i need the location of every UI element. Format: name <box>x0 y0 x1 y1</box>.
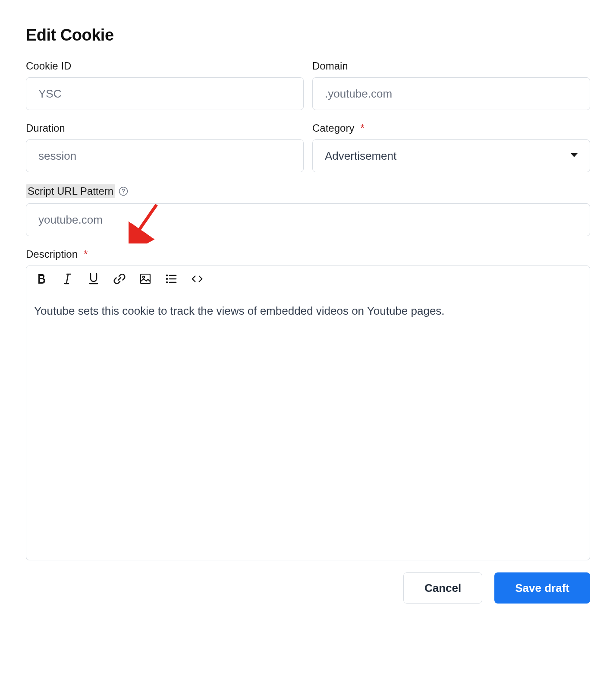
svg-rect-3 <box>141 274 150 284</box>
domain-input[interactable] <box>312 77 590 110</box>
description-textarea[interactable]: Youtube sets this cookie to track the vi… <box>26 292 590 560</box>
image-icon[interactable] <box>139 273 151 285</box>
svg-point-1 <box>123 193 124 193</box>
help-icon[interactable] <box>119 186 128 196</box>
category-select-value: Advertisement <box>325 149 396 163</box>
list-icon[interactable] <box>165 273 177 285</box>
form-row-1: Cookie ID Domain <box>26 60 590 110</box>
cancel-button[interactable]: Cancel <box>403 572 482 604</box>
editor-toolbar <box>26 266 590 292</box>
description-text: Youtube sets this cookie to track the vi… <box>34 304 445 317</box>
description-editor: Youtube sets this cookie to track the vi… <box>26 265 590 560</box>
description-label-text: Description <box>26 248 78 260</box>
modal-title: Edit Cookie <box>26 26 590 44</box>
script-url-pattern-label-text: Script URL Pattern <box>26 184 115 198</box>
svg-point-9 <box>166 281 168 283</box>
save-draft-button[interactable]: Save draft <box>494 572 590 604</box>
category-label-text: Category <box>312 122 354 134</box>
duration-input[interactable] <box>26 139 304 172</box>
duration-label: Duration <box>26 122 304 134</box>
description-label: Description * <box>26 248 590 260</box>
cookie-id-label: Cookie ID <box>26 60 304 72</box>
svg-point-4 <box>143 276 145 278</box>
category-field: Category * Advertisement <box>312 122 590 172</box>
button-row: Cancel Save draft <box>26 572 590 604</box>
underline-icon[interactable] <box>88 273 100 285</box>
svg-point-5 <box>166 275 168 276</box>
required-indicator: * <box>360 122 364 134</box>
description-field: Description * <box>26 248 590 560</box>
edit-cookie-modal: Edit Cookie Cookie ID Domain Duration Ca… <box>26 26 590 604</box>
cookie-id-field: Cookie ID <box>26 60 304 110</box>
category-label: Category * <box>312 122 590 134</box>
required-indicator: * <box>84 248 88 260</box>
script-url-pattern-input[interactable] <box>26 203 590 236</box>
duration-field: Duration <box>26 122 304 172</box>
cookie-id-input[interactable] <box>26 77 304 110</box>
category-select[interactable]: Advertisement <box>312 139 590 172</box>
italic-icon[interactable] <box>62 273 74 285</box>
domain-field: Domain <box>312 60 590 110</box>
svg-point-7 <box>166 278 168 280</box>
domain-label: Domain <box>312 60 590 72</box>
script-url-pattern-label: Script URL Pattern <box>26 184 590 198</box>
script-url-pattern-field: Script URL Pattern <box>26 184 590 236</box>
form-row-2: Duration Category * Advertisement <box>26 122 590 172</box>
category-select-wrapper: Advertisement <box>312 139 590 172</box>
code-icon[interactable] <box>191 273 203 285</box>
bold-icon[interactable] <box>36 273 48 285</box>
link-icon[interactable] <box>113 273 126 285</box>
